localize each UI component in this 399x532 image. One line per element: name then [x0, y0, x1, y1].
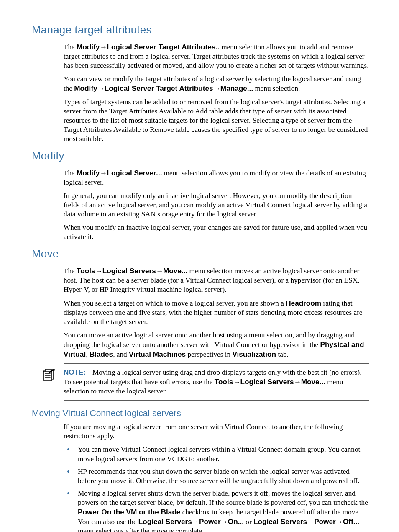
paragraph: You can move an active logical server on…	[64, 331, 369, 359]
section-body: If you are moving a logical server from …	[64, 422, 369, 532]
menu-path-segment: Modify	[77, 169, 100, 177]
menu-path-segment: On...	[228, 517, 244, 526]
arrow-icon: →	[192, 517, 199, 526]
paragraph: When you modify an inactive logical serv…	[64, 223, 369, 242]
text: menu selection.	[253, 85, 300, 93]
menu-path-segment: Logical Servers	[253, 517, 307, 526]
arrow-icon: →	[294, 378, 301, 386]
menu-path-segment: Off...	[343, 517, 359, 526]
bold-term: Power On the VM or the Blade	[78, 508, 180, 516]
arrow-icon: →	[336, 517, 343, 526]
paragraph: The Tools→Logical Servers→Move... menu s…	[64, 266, 369, 294]
bold-term: Visualization	[232, 350, 276, 358]
paragraph: You can view or modify the target attrib…	[64, 75, 369, 93]
text: The	[64, 43, 77, 51]
bold-term: Blades	[90, 350, 113, 358]
section-body: The Modify→Logical Server... menu select…	[64, 168, 369, 242]
arrow-icon: →	[100, 43, 107, 51]
menu-path-segment: Manage...	[220, 84, 253, 93]
text: You can move an active logical server on…	[64, 331, 355, 349]
text: The	[64, 169, 77, 177]
note-text: NOTE:Moving a logical server using drag …	[64, 368, 369, 396]
list-item: Moving a logical server shuts down the s…	[64, 489, 369, 532]
menu-path-segment: Logical Server...	[107, 169, 162, 177]
arrow-icon: →	[100, 169, 107, 177]
menu-path-segment: Logical Servers	[240, 378, 294, 386]
menu-path-segment: Tools	[215, 378, 233, 386]
arrow-icon: →	[95, 267, 102, 275]
menu-path-segment: Logical Server Target Attributes..	[107, 43, 220, 51]
note-icon	[42, 369, 55, 382]
arrow-icon: →	[213, 84, 220, 93]
menu-path-segment: Power	[199, 517, 221, 526]
note-block: NOTE:Moving a logical server using drag …	[64, 368, 369, 396]
text: tab.	[276, 350, 289, 358]
menu-path-segment: Logical Servers	[102, 267, 156, 275]
text: Moving a logical server shuts down the s…	[78, 489, 368, 506]
menu-path-segment: Move...	[301, 378, 325, 386]
bold-term: Virtual Machines	[129, 350, 186, 358]
menu-path-segment: Logical Server Target Attributes	[105, 84, 213, 93]
text: , and	[113, 350, 129, 358]
text: When you select a target on which to mov…	[64, 299, 286, 307]
heading-moving-vc-logical-servers: Moving Virtual Connect logical servers	[32, 408, 369, 418]
heading-modify: Modify	[32, 149, 369, 162]
section-body: The Tools→Logical Servers→Move... menu s…	[64, 266, 369, 401]
menu-path-segment: Logical Servers	[138, 517, 192, 526]
bold-term: Headroom	[286, 299, 321, 307]
menu-path-segment: Modify	[74, 84, 97, 93]
menu-path-segment: Move...	[163, 267, 187, 275]
paragraph: Types of target systems can be added to …	[64, 98, 369, 144]
heading-move: Move	[32, 247, 369, 260]
paragraph: When you select a target on which to mov…	[64, 298, 369, 326]
paragraph: The Modify→Logical Server... menu select…	[64, 168, 369, 187]
text: menu selections after the move is comple…	[78, 527, 204, 532]
list-item: HP recommends that you shut down the ser…	[64, 467, 369, 486]
list-item: You can move Virtual Connect logical ser…	[64, 445, 369, 463]
svg-rect-0	[43, 371, 52, 380]
menu-path-segment: Power	[314, 517, 336, 526]
text: The	[64, 267, 77, 275]
paragraph: In general, you can modify only an inact…	[64, 191, 369, 219]
heading-manage-target-attributes: Manage target attributes	[32, 23, 369, 36]
arrow-icon: →	[97, 84, 105, 93]
menu-path-segment: Tools	[77, 267, 95, 275]
divider	[64, 400, 369, 401]
text: or	[244, 518, 253, 526]
arrow-icon: →	[221, 517, 228, 526]
bullet-list: You can move Virtual Connect logical ser…	[64, 445, 369, 532]
section-body: The Modify→Logical Server Target Attribu…	[64, 42, 369, 144]
paragraph: The Modify→Logical Server Target Attribu…	[64, 42, 369, 70]
arrow-icon: →	[233, 378, 240, 386]
menu-path-segment: Modify	[77, 43, 100, 51]
arrow-icon: →	[156, 267, 163, 275]
paragraph: If you are moving a logical server from …	[64, 422, 369, 441]
arrow-icon: →	[307, 517, 314, 526]
note-label: NOTE:	[64, 368, 86, 376]
page: Manage target attributes The Modify→Logi…	[0, 0, 399, 532]
text: ,	[86, 350, 90, 358]
text: perspectives in	[186, 350, 232, 358]
divider	[64, 363, 369, 364]
